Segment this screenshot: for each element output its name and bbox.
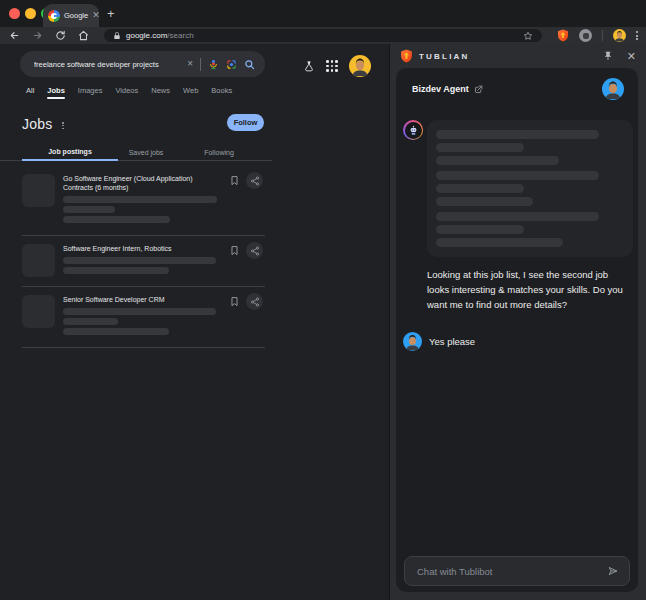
skeleton-bar — [436, 171, 599, 180]
bookmark-icon[interactable] — [229, 296, 240, 307]
jobs-heading: Jobs — [22, 116, 52, 132]
tab-close-icon[interactable]: ✕ — [92, 11, 100, 20]
bookmark-star-icon[interactable] — [521, 29, 534, 42]
job-list: Go Software Engineer (Cloud Application)… — [22, 166, 265, 348]
redacted-text-bar — [63, 318, 118, 325]
tublian-extension-icon[interactable] — [556, 29, 569, 42]
bot-avatar — [403, 120, 423, 140]
close-window-button[interactable] — [9, 8, 20, 19]
chat-input[interactable] — [417, 566, 601, 577]
skeleton-bar — [436, 130, 599, 139]
search-box[interactable]: × — [20, 51, 265, 77]
skeleton-message-bubble — [427, 120, 633, 257]
nav-tab-jobs[interactable]: Jobs — [47, 86, 65, 99]
chat-area: Looking at this job list, I see the seco… — [396, 120, 638, 544]
user-avatar — [403, 332, 422, 351]
mic-icon[interactable] — [208, 59, 219, 70]
redacted-text-bar — [63, 206, 115, 213]
job-actions — [229, 172, 263, 189]
job-listing[interactable]: Senior Software Developer CRM — [22, 287, 265, 348]
search-icon[interactable] — [244, 59, 255, 70]
skeleton-group — [436, 212, 624, 247]
share-icon[interactable] — [246, 242, 263, 259]
toolbar-divider — [602, 30, 603, 41]
skeleton-bar — [436, 156, 559, 165]
browser-tab-google[interactable]: Google ✕ — [43, 4, 99, 27]
labs-flask-icon[interactable] — [303, 60, 315, 73]
apps-grid-icon[interactable] — [326, 60, 338, 72]
redacted-text-bar — [63, 267, 169, 274]
follow-button[interactable]: Follow — [227, 114, 264, 131]
panel-header: TUBLIAN ✕ — [390, 44, 646, 68]
bot-message-row — [396, 120, 638, 257]
tublian-panel: TUBLIAN ✕ Bizdev Agent — [390, 44, 646, 600]
nav-tab-images[interactable]: Images — [78, 86, 103, 99]
job-title[interactable]: Go Software Engineer (Cloud Application)… — [63, 173, 223, 192]
clear-search-icon[interactable]: × — [187, 59, 193, 69]
pin-icon[interactable] — [603, 51, 613, 61]
google-favicon — [48, 10, 60, 22]
url-path: /search — [167, 31, 193, 40]
agent-name[interactable]: Bizdev Agent — [412, 84, 469, 94]
redacted-text-bar — [63, 257, 216, 264]
job-redacted-text — [63, 308, 265, 335]
skeleton-group — [436, 130, 624, 165]
home-icon[interactable] — [77, 29, 90, 42]
jobs-subtab-job-postings[interactable]: Job postings — [22, 144, 118, 161]
agent-card: Bizdev Agent Look — [396, 68, 638, 592]
external-link-icon[interactable] — [474, 85, 483, 94]
account-avatar[interactable] — [349, 55, 371, 77]
minimize-window-button[interactable] — [25, 8, 36, 19]
nav-tab-news[interactable]: News — [151, 86, 170, 99]
tab-strip: Google ✕ + — [0, 0, 646, 27]
google-search-page: × AllJobsImagesVideosNewsWebBooks Jobs — [0, 44, 390, 600]
brand-name: TUBLIAN — [419, 52, 470, 61]
browser-profile-avatar[interactable] — [613, 29, 626, 42]
agent-header-avatar — [602, 78, 624, 100]
redacted-text-bar — [63, 196, 217, 203]
nav-tab-web[interactable]: Web — [183, 86, 198, 99]
lens-icon[interactable] — [226, 59, 237, 70]
address-bar[interactable]: google.com/search — [104, 29, 542, 42]
job-thumbnail — [22, 295, 55, 328]
nav-tab-videos[interactable]: Videos — [115, 86, 138, 99]
bookmark-icon[interactable] — [229, 245, 240, 256]
chat-input-box[interactable] — [404, 556, 630, 586]
share-icon[interactable] — [246, 293, 263, 310]
search-nav-tabs: AllJobsImagesVideosNewsWebBooks — [26, 86, 232, 99]
bookmark-icon[interactable] — [229, 175, 240, 186]
jobs-subtab-saved-jobs[interactable]: Saved jobs — [108, 144, 184, 161]
forward-icon[interactable] — [31, 29, 44, 42]
search-input[interactable] — [34, 60, 180, 69]
tab-title: Google — [64, 11, 88, 20]
jobs-menu-icon[interactable] — [62, 122, 64, 129]
job-listing[interactable]: Go Software Engineer (Cloud Application)… — [22, 166, 265, 236]
close-icon[interactable]: ✕ — [627, 51, 636, 62]
agent-card-header: Bizdev Agent — [396, 68, 638, 100]
back-icon[interactable] — [8, 29, 21, 42]
agent-message: Looking at this job list, I see the seco… — [427, 267, 632, 312]
job-thumbnail — [22, 174, 55, 207]
browser-menu-icon[interactable] — [636, 31, 638, 40]
job-title[interactable]: Software Engineer Intern, Robotics — [63, 243, 223, 253]
job-thumbnail — [22, 244, 55, 277]
robot-icon — [405, 122, 422, 139]
browser-window: Google ✕ + google.com/search — [0, 0, 646, 600]
job-title[interactable]: Senior Software Developer CRM — [63, 294, 223, 304]
nav-tab-books[interactable]: Books — [211, 86, 232, 99]
job-actions — [229, 242, 263, 259]
send-icon[interactable] — [607, 565, 619, 577]
skeleton-bar — [436, 143, 524, 152]
redacted-text-bar — [63, 308, 216, 315]
new-tab-button[interactable]: + — [107, 6, 115, 21]
job-redacted-text — [63, 196, 265, 223]
share-icon[interactable] — [246, 172, 263, 189]
reload-icon[interactable] — [54, 29, 67, 42]
jobs-subtab-following[interactable]: Following — [181, 144, 257, 161]
extension-icon[interactable] — [579, 29, 592, 42]
job-actions — [229, 293, 263, 310]
nav-tab-all[interactable]: All — [26, 86, 34, 99]
browser-toolbar: google.com/search — [0, 27, 646, 44]
job-listing[interactable]: Software Engineer Intern, Robotics — [22, 236, 265, 287]
search-divider — [200, 58, 201, 71]
